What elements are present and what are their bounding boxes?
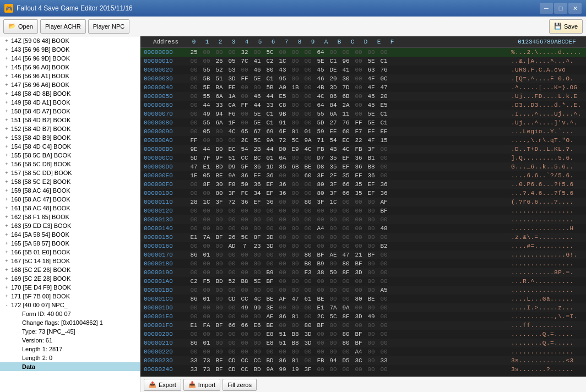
hex-byte[interactable]: 1C [327, 199, 339, 205]
hex-byte[interactable]: 00 [226, 349, 238, 355]
hex-byte[interactable]: 00 [188, 208, 200, 214]
hex-byte[interactable]: 00 [251, 340, 263, 346]
tree-item[interactable]: +152 [58 4D B7] BOOK [0, 124, 140, 133]
hex-byte[interactable]: 7A [200, 234, 213, 241]
hex-byte[interactable]: 00 [213, 269, 225, 276]
hex-byte[interactable]: EF [365, 128, 377, 135]
hex-byte[interactable]: 00 [314, 208, 327, 214]
hex-byte[interactable]: 05 [200, 128, 213, 135]
hex-byte[interactable]: 3F [213, 199, 225, 205]
hex-byte[interactable]: 00 [314, 349, 327, 355]
hex-byte[interactable]: 00 [276, 225, 289, 232]
hex-byte[interactable]: 00 [226, 49, 238, 56]
hex-byte[interactable]: 01 [264, 155, 276, 161]
expand-icon[interactable]: + [2, 124, 11, 133]
hex-byte[interactable]: 5C [264, 49, 276, 56]
hex-byte[interactable]: BE [264, 296, 276, 302]
hex-byte[interactable]: 0C [378, 75, 390, 82]
hex-byte[interactable]: 36 [276, 181, 289, 188]
hex-byte[interactable]: 00 [289, 155, 301, 161]
hex-byte[interactable]: 00 [302, 349, 314, 355]
hex-byte[interactable]: 00 [213, 128, 225, 135]
expand-icon[interactable]: + [2, 204, 11, 213]
hex-byte[interactable]: 00 [264, 349, 276, 355]
hex-byte[interactable]: CD [226, 366, 238, 373]
hex-byte[interactable]: 00 [289, 172, 301, 179]
tree-item[interactable]: +159 [58 AC 46] BOOK [0, 186, 140, 195]
hex-byte[interactable]: B8 [289, 331, 301, 337]
hex-byte[interactable]: 9E [188, 146, 200, 153]
hex-byte[interactable]: 00 [251, 260, 263, 267]
hex-byte[interactable]: 00 [238, 349, 251, 355]
hex-byte[interactable]: 00 [302, 102, 314, 108]
hex-byte[interactable]: 00 [188, 93, 200, 100]
hex-byte[interactable]: 30 [340, 75, 352, 82]
hex-byte[interactable]: 3F [327, 190, 339, 197]
hex-byte[interactable]: D9 [226, 164, 238, 170]
hex-byte[interactable]: 00 [264, 287, 276, 293]
hex-byte[interactable]: 00 [352, 93, 365, 100]
hex-byte[interactable]: 00 [302, 155, 314, 161]
hex-byte[interactable]: BD [213, 278, 225, 285]
hex-byte[interactable]: 00 [365, 216, 377, 223]
tree-item[interactable]: +168 [5C 2E 26] BOOK [0, 265, 140, 274]
hex-byte[interactable]: 00 [251, 252, 263, 258]
hex-byte[interactable]: 00 [378, 252, 390, 258]
hex-byte[interactable]: 05 [200, 172, 213, 179]
hex-byte[interactable]: 00 [276, 349, 289, 355]
hex-byte[interactable]: 00 [327, 234, 339, 241]
hex-byte[interactable]: 00 [378, 322, 390, 329]
hex-byte[interactable]: 00 [251, 49, 263, 56]
hex-byte[interactable]: 00 [327, 208, 339, 214]
hex-byte[interactable]: 00 [200, 208, 213, 214]
hex-byte[interactable]: CC [238, 366, 251, 373]
tree-item[interactable]: +164 [5A 58 54] BOOK [0, 230, 140, 239]
hex-byte[interactable]: 00 [200, 190, 213, 197]
hex-byte[interactable]: 01 [200, 340, 213, 346]
hex-byte[interactable]: 00 [213, 304, 225, 311]
import-button[interactable]: 📥 Import [183, 379, 220, 391]
hex-byte[interactable]: 00 [327, 349, 339, 355]
hex-byte[interactable]: 00 [238, 216, 251, 223]
tree-item[interactable]: +170 [5E D4 F9] BOOK [0, 283, 140, 292]
hex-byte[interactable]: 00 [340, 49, 352, 56]
hex-row[interactable]: 000001B0000000000000000000000000000000A5… [140, 286, 586, 295]
hex-byte[interactable]: 00 [276, 216, 289, 223]
hex-byte[interactable]: C1 [378, 111, 390, 117]
hex-byte[interactable]: 67 [251, 128, 263, 135]
hex-byte[interactable]: CC [238, 357, 251, 364]
hex-row[interactable]: 000000200055525300468043000045DE41006376… [140, 66, 586, 74]
hex-byte[interactable]: 00 [188, 102, 200, 108]
hex-byte[interactable]: 00 [276, 199, 289, 205]
hex-byte[interactable]: 00 [365, 234, 377, 241]
expand-icon[interactable]: + [2, 292, 11, 301]
hex-byte[interactable]: 6B [340, 93, 352, 100]
hex-byte[interactable]: 00 [226, 260, 238, 267]
hex-byte[interactable]: 4B [327, 146, 339, 153]
hex-byte[interactable]: 00 [213, 296, 225, 302]
hex-byte[interactable]: 00 [365, 340, 377, 346]
hex-byte[interactable]: 00 [251, 287, 263, 293]
hex-byte[interactable]: 00 [213, 252, 225, 258]
hex-byte[interactable]: CA [226, 102, 238, 108]
hex-byte[interactable]: EF [264, 190, 276, 197]
hex-byte[interactable]: 00 [378, 349, 390, 355]
hex-byte[interactable]: 00 [378, 269, 390, 276]
hex-byte[interactable]: 01 [200, 252, 213, 258]
expand-icon[interactable]: + [2, 151, 11, 160]
hex-byte[interactable]: 1C [276, 58, 289, 64]
hex-byte[interactable]: 00 [188, 181, 200, 188]
hex-byte[interactable]: 6A [213, 119, 225, 126]
hex-byte[interactable]: 4F [365, 75, 377, 82]
hex-byte[interactable]: 00 [327, 216, 339, 223]
hex-byte[interactable]: 45 [314, 67, 327, 73]
hex-byte[interactable]: 00 [378, 164, 390, 170]
hex-byte[interactable]: D0 [213, 146, 225, 153]
hex-row[interactable]: 000000C05D7F9F51CCBC010A0000D735EF36B100… [140, 154, 586, 162]
hex-byte[interactable]: EF [365, 181, 377, 188]
hex-byte[interactable]: 76 [378, 67, 390, 73]
hex-byte[interactable]: 5D [188, 155, 200, 161]
hex-byte[interactable]: 63 [365, 67, 377, 73]
hex-byte[interactable]: 5B [264, 84, 276, 91]
hex-byte[interactable]: 00 [200, 49, 213, 56]
